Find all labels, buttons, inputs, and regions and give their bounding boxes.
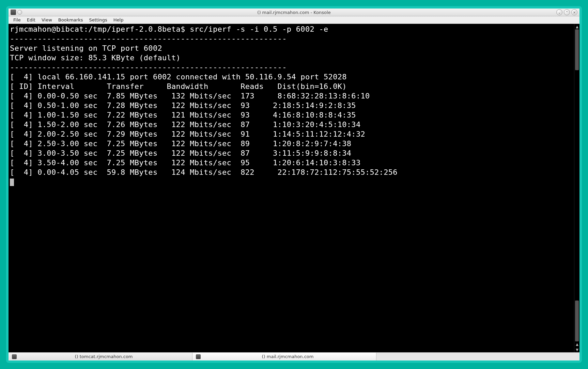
pin-window-icon[interactable] [17, 10, 22, 15]
menu-edit[interactable]: Edit [24, 17, 38, 23]
close-button[interactable]: × [571, 9, 577, 15]
tab-mail[interactable]: () mail.rjmcmahon.com [192, 353, 376, 360]
terminal-wrapper: rjmcmahon@bibcat:/tmp/iperf-2.0.8beta$ s… [9, 24, 579, 352]
terminal-scrollbar[interactable]: ▲ ▲ ▼ [574, 24, 579, 352]
menubar: File Edit View Bookmarks Settings Help [9, 16, 579, 24]
maximize-button[interactable]: ⌃ [564, 9, 570, 15]
scroll-up-icon-2[interactable]: ▲ [574, 341, 580, 347]
titlebar[interactable]: () mail.rjmcmahon.com - Konsole ⌄ ⌃ × [9, 9, 579, 16]
minimize-button[interactable]: ⌄ [556, 9, 562, 15]
terminal-output[interactable]: rjmcmahon@bibcat:/tmp/iperf-2.0.8beta$ s… [9, 24, 574, 352]
scrollbar-thumb-top[interactable] [575, 29, 579, 70]
tabbar: () tomcat.rjmcmahon.com () mail.rjmcmaho… [9, 352, 579, 360]
tab-tomcat[interactable]: () tomcat.rjmcmahon.com [9, 353, 192, 360]
tab-label: () mail.rjmcmahon.com [203, 354, 373, 359]
menu-help[interactable]: Help [111, 17, 126, 23]
window-title: () mail.rjmcmahon.com - Konsole [9, 10, 579, 15]
scrollbar-track[interactable] [574, 29, 579, 341]
scroll-up-icon[interactable]: ▲ [574, 24, 580, 29]
tab-label: () tomcat.rjmcmahon.com [19, 354, 189, 359]
tab-icon [12, 354, 17, 359]
konsole-window: () mail.rjmcmahon.com - Konsole ⌄ ⌃ × Fi… [6, 6, 582, 363]
terminal-cursor [10, 179, 14, 186]
scrollbar-thumb-bottom[interactable] [575, 301, 579, 341]
menu-settings[interactable]: Settings [86, 17, 110, 23]
menu-file[interactable]: File [11, 17, 24, 23]
menu-bookmarks[interactable]: Bookmarks [56, 17, 86, 23]
menu-view[interactable]: View [39, 17, 55, 23]
titlebar-right-controls: ⌄ ⌃ × [556, 9, 577, 15]
app-icon [11, 10, 16, 15]
scroll-down-icon[interactable]: ▼ [574, 347, 580, 352]
tab-icon [196, 354, 201, 359]
titlebar-left-controls [11, 10, 22, 15]
